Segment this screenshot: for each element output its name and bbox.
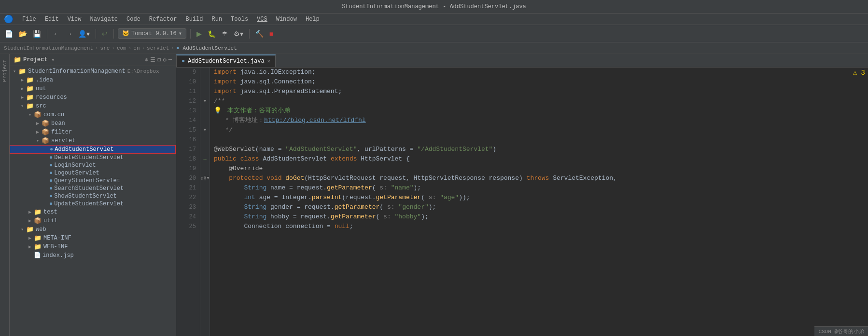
breadcrumb-src[interactable]: src [100, 45, 110, 51]
tomcat-dropdown[interactable]: 🐱 Tomcat 9.0.16 ▾ [118, 28, 186, 39]
tree-item-bean[interactable]: ▶ 📦 bean [10, 119, 176, 128]
tree-item-delete-student[interactable]: ▶ ● DeleteStudentServlet [10, 154, 176, 161]
menu-view[interactable]: View [64, 15, 85, 24]
menu-file[interactable]: File [18, 15, 40, 24]
undo-button[interactable]: ↩ [100, 29, 110, 39]
breadcrumb-servlet[interactable]: servlet [147, 45, 169, 51]
menu-build[interactable]: Build [182, 15, 207, 24]
code-line-15[interactable]: */ [214, 125, 868, 135]
code-editor[interactable]: 9 10 11 12 13 14 15 16 17 18 19 20 21 22… [176, 67, 868, 336]
tree-item-metainf[interactable]: ▶ 📁 META-INF [10, 234, 176, 242]
tree-item-webinf[interactable]: ▶ 📁 WEB-INF [10, 242, 176, 251]
tree-item-filter[interactable]: ▶ 📦 filter [10, 128, 176, 136]
tree-item-util[interactable]: ▶ 📦 util [10, 216, 176, 225]
code-line-13[interactable]: 💡 本文作者：谷哥的小弟 [214, 106, 868, 116]
stop-button[interactable]: ■ [267, 29, 275, 39]
tree-item-login-servlet[interactable]: ▶ ● LoginServlet [10, 161, 176, 169]
tree-item-root[interactable]: ▾ 📁 StudentInformationManagement E:\Drop… [10, 67, 176, 76]
code-22-param-val: "age" [440, 193, 459, 202]
code-lines[interactable]: import java.io.IOException; import java.… [210, 67, 868, 336]
code-line-25[interactable]: Connection connection = null ; [214, 222, 868, 231]
scope-icon[interactable]: ⊕ [145, 56, 148, 64]
code-line-17[interactable]: @WebServlet (name = "AddStudentServlet" … [214, 145, 868, 154]
gutter-23 [200, 202, 210, 212]
tree-item-logout-servlet[interactable]: ▶ ● LogoutServlet [10, 169, 176, 177]
dropdown-arrow[interactable]: ▾ [51, 57, 55, 63]
code-line-16[interactable] [214, 135, 868, 145]
code-line-11[interactable]: import java.sql.PreparedStatement; [214, 87, 868, 96]
tree-item-show-student[interactable]: ▶ ● ShowStudentServlet [10, 192, 176, 200]
tree-item-src[interactable]: ▾ 📁 src [10, 102, 176, 110]
tab-close-icon[interactable]: ✕ [267, 58, 270, 64]
util-icon: 📦 [34, 217, 42, 225]
tree-item-out[interactable]: ▶ 📁 out [10, 84, 176, 93]
code-14-link[interactable]: http://blog.csdn.net/lfdfhl [264, 116, 366, 125]
code-21-name: name = request. [266, 183, 327, 193]
editor-area: ● AddStudentServlet.java ✕ 9 10 11 12 13… [176, 54, 868, 336]
gutter-11 [200, 87, 210, 96]
tree-label-indexjsp: index.jsp [42, 252, 74, 259]
coverage-button[interactable]: ☂ [220, 29, 230, 39]
code-line-12[interactable]: /** [214, 96, 868, 106]
code-11-rest: java.sql.PreparedStatement; [237, 87, 342, 96]
close-panel-icon[interactable]: — [168, 56, 172, 64]
tree-item-idea[interactable]: ▶ 📁 .idea [10, 76, 176, 84]
project-side-tab[interactable]: Project [0, 54, 10, 336]
back-button[interactable]: ← [51, 29, 62, 39]
tree-item-query-student[interactable]: ▶ ● QueryStudentServlet [10, 177, 176, 185]
menu-help[interactable]: Help [302, 15, 323, 24]
gear-icon[interactable]: ⚙ [163, 56, 167, 64]
class-file-icon-delete: ● [49, 154, 53, 161]
new-file-button[interactable]: 📄 [3, 29, 15, 39]
code-line-23[interactable]: String gender = request. getParameter ( … [214, 202, 868, 212]
title-bar: StudentInformationManagement - AddStuden… [0, 0, 868, 13]
menu-navigate[interactable]: Navigate [86, 15, 122, 24]
code-line-10[interactable]: import java.sql.Connection; [214, 77, 868, 87]
tree-item-search-student[interactable]: ▶ ● SearchStudentServlet [10, 185, 176, 192]
tree-item-comcn[interactable]: ▾ 📦 com.cn [10, 110, 176, 119]
code-line-18[interactable]: public class AddStudentServlet extends H… [214, 154, 868, 164]
menu-edit[interactable]: Edit [41, 15, 63, 24]
debug-button[interactable]: 🐛 [206, 29, 218, 39]
menu-vcs[interactable]: VCS [253, 15, 271, 24]
breadcrumb-com[interactable]: com [117, 45, 126, 51]
menu-window[interactable]: Window [272, 15, 301, 24]
collapse-icon[interactable]: ☰ [150, 56, 155, 64]
menu-run[interactable]: Run [208, 15, 226, 24]
build-button[interactable]: 🔨 [253, 29, 266, 39]
breadcrumb-file[interactable]: AddStudentServlet [183, 45, 237, 51]
warning-area: ⚠ 3 [853, 67, 865, 77]
tree-item-servlet[interactable]: ▾ 📦 servlet [10, 136, 176, 145]
code-line-14[interactable]: * 博客地址： http://blog.csdn.net/lfdfhl [214, 116, 868, 125]
project-tab-label: Project [1, 58, 9, 84]
breadcrumb-cn[interactable]: cn [133, 45, 140, 51]
settings-button[interactable]: ⚙▾ [232, 29, 245, 39]
code-line-20[interactable]: protected void doGet (HttpServletRequest… [214, 174, 868, 183]
code-content: 9 10 11 12 13 14 15 16 17 18 19 20 21 22… [176, 67, 868, 336]
code-22-age: age = Integer. [255, 193, 312, 202]
filter-icon[interactable]: ⊟ [157, 56, 161, 64]
profile-button[interactable]: 👤▾ [76, 29, 92, 39]
menu-code[interactable]: Code [123, 15, 144, 24]
tree-item-indexjsp[interactable]: ▶ 📄 index.jsp [10, 251, 176, 259]
menu-refactor[interactable]: Refactor [145, 15, 181, 24]
menu-tools[interactable]: Tools [227, 15, 252, 24]
tree-item-add-student-servlet[interactable]: ▶ ● AddStudentServlet [10, 145, 176, 154]
open-button[interactable]: 📂 [17, 29, 29, 39]
code-line-24[interactable]: String hobby = request. getParameter ( s… [214, 212, 868, 222]
code-line-9[interactable]: import java.io.IOException; [214, 67, 868, 77]
code-line-21[interactable]: String name = request. getParameter ( s:… [214, 183, 868, 193]
breadcrumb-sep-5: › [171, 45, 174, 51]
project-folder-icon: 📁 [14, 56, 21, 64]
breadcrumb-project[interactable]: StudentInformationManagement [4, 45, 93, 51]
editor-tab-active[interactable]: ● AddStudentServlet.java ✕ [176, 54, 276, 67]
run-button[interactable]: ▶ [195, 29, 204, 39]
tree-item-web[interactable]: ▾ 📁 web [10, 225, 176, 234]
code-line-22[interactable]: int age = Integer. parseInt (request. ge… [214, 193, 868, 202]
tree-item-test[interactable]: ▶ 📁 test [10, 208, 176, 216]
tree-item-resources[interactable]: ▶ 📁 resources [10, 93, 176, 102]
tree-item-update-student[interactable]: ▶ ● UpdateStudentServlet [10, 200, 176, 208]
code-line-19[interactable]: @Override [214, 164, 868, 174]
forward-button[interactable]: → [64, 29, 74, 39]
save-button[interactable]: 💾 [31, 29, 43, 39]
